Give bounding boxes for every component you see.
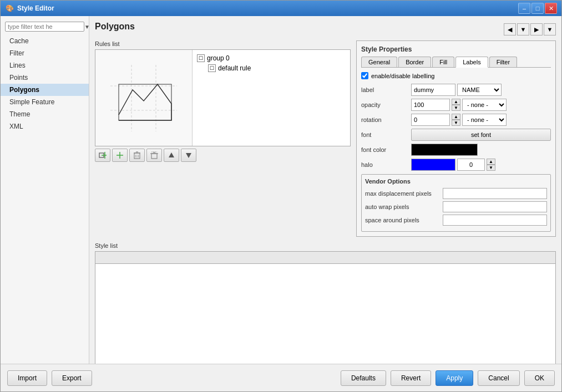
sidebar: ▼ Cache Filter Lines Points Polygons Sim… bbox=[1, 16, 89, 364]
rules-preview bbox=[95, 50, 193, 146]
auto-wrap-input[interactable] bbox=[443, 201, 547, 212]
rotation-spin-input[interactable] bbox=[411, 114, 450, 126]
defaults-button[interactable]: Defaults bbox=[341, 370, 386, 386]
halo-spin-down[interactable]: ▼ bbox=[487, 165, 495, 171]
delete-all-button[interactable] bbox=[146, 149, 162, 162]
tabs-bar: General Border Fill Labels Filter bbox=[361, 57, 551, 68]
tree-rule-item[interactable]: ☐ default rule bbox=[208, 64, 346, 72]
opacity-dropdown[interactable]: - none - bbox=[462, 99, 507, 111]
opacity-spin-input[interactable] bbox=[411, 99, 450, 111]
minimize-button[interactable]: – bbox=[518, 3, 530, 14]
move-up-button[interactable] bbox=[164, 149, 179, 162]
delete-all-icon bbox=[150, 151, 158, 159]
close-button[interactable]: ✕ bbox=[545, 3, 557, 14]
rules-list-label: Rules list bbox=[95, 40, 351, 47]
rotation-spin-down[interactable]: ▼ bbox=[452, 120, 460, 126]
sidebar-item-lines[interactable]: Lines bbox=[1, 59, 89, 72]
label-dropdown[interactable]: NAME bbox=[457, 84, 502, 96]
font-field-value: set font bbox=[411, 129, 551, 141]
filter-box: ▼ bbox=[5, 22, 84, 32]
max-displacement-label: max displacement pixels bbox=[365, 190, 443, 197]
opacity-spin-buttons: ▲ ▼ bbox=[452, 99, 460, 111]
max-displacement-row: max displacement pixels bbox=[365, 188, 547, 199]
import-button[interactable]: Import bbox=[7, 370, 47, 386]
tab-fill[interactable]: Fill bbox=[432, 57, 454, 67]
vendor-options-title: Vendor Options bbox=[365, 178, 547, 185]
style-editor-window: 🎨 Style Editor – □ ✕ ▼ Cache Filter Line… bbox=[0, 0, 562, 392]
window-title: Style Editor bbox=[17, 4, 518, 12]
sidebar-item-points[interactable]: Points bbox=[1, 72, 89, 84]
rules-toolbar bbox=[95, 149, 351, 162]
add-group-button[interactable] bbox=[95, 149, 110, 162]
svg-rect-4 bbox=[119, 84, 171, 120]
title-bar: 🎨 Style Editor – □ ✕ bbox=[1, 1, 561, 16]
apply-button[interactable]: Apply bbox=[436, 370, 473, 386]
opacity-spin-up[interactable]: ▲ bbox=[452, 99, 460, 105]
filter-input[interactable] bbox=[8, 23, 84, 30]
space-around-input[interactable] bbox=[443, 215, 547, 226]
move-down-button[interactable] bbox=[181, 149, 196, 162]
add-rule-icon bbox=[116, 151, 124, 159]
svg-rect-15 bbox=[151, 154, 157, 159]
enable-labelling-checkbox[interactable] bbox=[361, 72, 368, 79]
sidebar-item-xml[interactable]: XML bbox=[1, 120, 89, 133]
opacity-spin-down[interactable]: ▼ bbox=[452, 105, 460, 111]
cancel-button[interactable]: Cancel bbox=[478, 370, 519, 386]
back-button[interactable]: ◀ bbox=[504, 23, 516, 35]
style-properties-panel: Style Properties General Border Fill Lab… bbox=[356, 40, 556, 237]
halo-color-swatch[interactable] bbox=[411, 159, 455, 171]
tab-general[interactable]: General bbox=[361, 57, 397, 67]
forward-button[interactable]: ▶ bbox=[530, 23, 543, 35]
revert-button[interactable]: Revert bbox=[391, 370, 431, 386]
labels-tab-content: enable/disable labelling label NAME bbox=[361, 72, 551, 232]
right-panel: Polygons ◀ ▼ ▶ ▼ Rules list bbox=[89, 16, 561, 364]
label-text-input[interactable] bbox=[411, 84, 455, 96]
sidebar-item-polygons[interactable]: Polygons bbox=[1, 84, 89, 96]
tab-labels[interactable]: Labels bbox=[455, 57, 488, 68]
maximize-button[interactable]: □ bbox=[531, 3, 544, 14]
delete-icon bbox=[134, 151, 140, 159]
back-dropdown-button[interactable]: ▼ bbox=[517, 23, 529, 35]
forward-dropdown-button[interactable]: ▼ bbox=[544, 23, 556, 35]
rotation-field-label: rotation bbox=[361, 116, 411, 123]
tab-filter[interactable]: Filter bbox=[489, 57, 517, 67]
rule-checkbox-icon[interactable]: ☐ bbox=[208, 64, 216, 72]
font-prop-row: font set font bbox=[361, 129, 551, 141]
font-color-prop-row: font color bbox=[361, 144, 551, 156]
sidebar-item-filter[interactable]: Filter bbox=[1, 47, 89, 59]
sidebar-item-simple-feature[interactable]: Simple Feature bbox=[1, 96, 89, 108]
set-font-button[interactable]: set font bbox=[411, 129, 551, 141]
vendor-options-group: Vendor Options max displacement pixels a… bbox=[361, 174, 551, 232]
rotation-spin-up[interactable]: ▲ bbox=[452, 114, 460, 120]
tree-group-item[interactable]: ☐ group 0 bbox=[197, 54, 346, 62]
top-section: Rules list bbox=[95, 40, 556, 237]
enable-labelling-row: enable/disable labelling bbox=[361, 72, 551, 79]
auto-wrap-row: auto wrap pixels bbox=[365, 201, 547, 212]
rules-section: Rules list bbox=[95, 40, 351, 237]
font-field-label: font bbox=[361, 131, 411, 138]
style-properties-title: Style Properties bbox=[361, 45, 551, 53]
halo-spin-up[interactable]: ▲ bbox=[487, 159, 495, 165]
tab-border[interactable]: Border bbox=[398, 57, 431, 67]
label-field-label: label bbox=[361, 86, 411, 93]
rotation-dropdown[interactable]: - none - bbox=[462, 114, 507, 126]
font-color-swatch[interactable] bbox=[411, 144, 478, 156]
add-group-icon bbox=[99, 151, 107, 159]
svg-marker-19 bbox=[169, 152, 174, 157]
move-up-icon bbox=[168, 152, 175, 159]
footer-right: Defaults Revert Apply Cancel OK bbox=[341, 370, 555, 386]
add-rule-button[interactable] bbox=[112, 149, 128, 162]
move-down-icon bbox=[185, 152, 192, 159]
delete-rule-button[interactable] bbox=[129, 149, 145, 162]
halo-field-label: halo bbox=[361, 161, 411, 168]
max-displacement-input[interactable] bbox=[443, 188, 547, 199]
group-checkbox-icon[interactable]: ☐ bbox=[197, 54, 205, 62]
export-button[interactable]: Export bbox=[52, 370, 92, 386]
window-icon: 🎨 bbox=[5, 4, 14, 13]
rules-area: ☐ group 0 ☐ default rule bbox=[95, 49, 351, 146]
space-around-label: space around pixels bbox=[365, 217, 443, 223]
sidebar-item-theme[interactable]: Theme bbox=[1, 108, 89, 120]
halo-number-input[interactable] bbox=[457, 159, 485, 171]
sidebar-item-cache[interactable]: Cache bbox=[1, 35, 89, 47]
ok-button[interactable]: OK bbox=[524, 370, 555, 386]
